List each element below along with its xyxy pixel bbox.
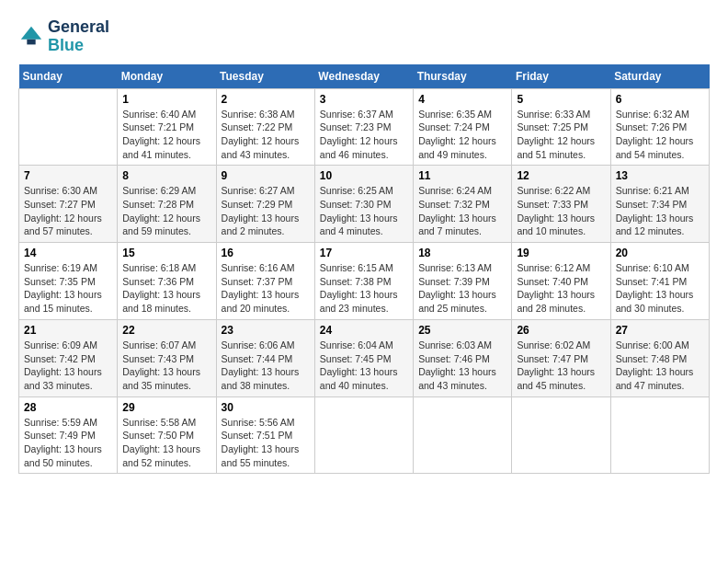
day-info: Sunrise: 6:09 AM Sunset: 7:42 PM Dayligh…	[24, 339, 112, 393]
day-number: 10	[320, 169, 408, 182]
calendar-cell: 25 Sunrise: 6:03 AM Sunset: 7:46 PM Dayl…	[414, 319, 512, 396]
day-number: 17	[320, 247, 408, 259]
weekday-header-friday: Friday	[512, 64, 610, 89]
day-info: Sunrise: 6:29 AM Sunset: 7:28 PM Dayligh…	[122, 184, 210, 238]
day-info: Sunrise: 6:18 AM Sunset: 7:36 PM Dayligh…	[122, 261, 210, 316]
day-info: Sunrise: 6:40 AM Sunset: 7:21 PM Dayligh…	[122, 108, 210, 162]
day-info: Sunrise: 6:02 AM Sunset: 7:47 PM Dayligh…	[517, 339, 605, 393]
calendar-table: SundayMondayTuesdayWednesdayThursdayFrid…	[18, 64, 710, 475]
calendar-cell	[512, 396, 610, 474]
calendar-cell: 16 Sunrise: 6:16 AM Sunset: 7:37 PM Dayl…	[216, 243, 314, 320]
day-number: 19	[517, 247, 605, 259]
day-number: 28	[24, 401, 112, 414]
day-info: Sunrise: 5:59 AM Sunset: 7:49 PM Dayligh…	[24, 416, 112, 470]
day-info: Sunrise: 6:10 AM Sunset: 7:41 PM Dayligh…	[616, 261, 704, 316]
logo-icon	[18, 24, 44, 50]
calendar-week-5: 28 Sunrise: 5:59 AM Sunset: 7:49 PM Dayl…	[19, 396, 710, 474]
day-number: 29	[122, 401, 210, 414]
day-number: 25	[418, 324, 506, 337]
day-number: 22	[122, 324, 210, 337]
day-number: 16	[222, 247, 310, 259]
day-info: Sunrise: 6:13 AM Sunset: 7:39 PM Dayligh…	[418, 261, 506, 316]
day-number: 13	[616, 169, 704, 182]
weekday-header-wednesday: Wednesday	[314, 64, 413, 89]
day-info: Sunrise: 6:25 AM Sunset: 7:30 PM Dayligh…	[320, 184, 408, 238]
calendar-cell	[314, 396, 413, 474]
day-number: 20	[616, 247, 704, 259]
calendar-week-3: 14 Sunrise: 6:19 AM Sunset: 7:35 PM Dayl…	[19, 243, 710, 320]
day-info: Sunrise: 6:27 AM Sunset: 7:29 PM Dayligh…	[222, 184, 310, 238]
day-info: Sunrise: 5:58 AM Sunset: 7:50 PM Dayligh…	[122, 416, 210, 470]
logo: General Blue	[18, 18, 109, 55]
calendar-cell: 13 Sunrise: 6:21 AM Sunset: 7:34 PM Dayl…	[610, 166, 709, 243]
calendar-cell: 27 Sunrise: 6:00 AM Sunset: 7:48 PM Dayl…	[610, 319, 709, 396]
day-info: Sunrise: 6:07 AM Sunset: 7:43 PM Dayligh…	[122, 339, 210, 393]
day-info: Sunrise: 6:04 AM Sunset: 7:45 PM Dayligh…	[320, 339, 408, 393]
calendar-cell: 28 Sunrise: 5:59 AM Sunset: 7:49 PM Dayl…	[19, 396, 118, 474]
calendar-header: SundayMondayTuesdayWednesdayThursdayFrid…	[19, 64, 710, 89]
day-info: Sunrise: 6:32 AM Sunset: 7:26 PM Dayligh…	[616, 108, 704, 162]
day-info: Sunrise: 6:35 AM Sunset: 7:24 PM Dayligh…	[418, 108, 506, 162]
weekday-header-row: SundayMondayTuesdayWednesdayThursdayFrid…	[19, 64, 710, 89]
calendar-cell: 14 Sunrise: 6:19 AM Sunset: 7:35 PM Dayl…	[19, 243, 118, 320]
calendar-cell: 23 Sunrise: 6:06 AM Sunset: 7:44 PM Dayl…	[216, 319, 314, 396]
weekday-header-sunday: Sunday	[19, 64, 118, 89]
calendar-cell: 12 Sunrise: 6:22 AM Sunset: 7:33 PM Dayl…	[512, 166, 610, 243]
day-number: 4	[418, 93, 506, 106]
day-number: 7	[24, 169, 112, 182]
calendar-cell	[414, 396, 512, 474]
day-number: 26	[517, 324, 605, 337]
weekday-header-thursday: Thursday	[414, 64, 512, 89]
calendar-cell: 8 Sunrise: 6:29 AM Sunset: 7:28 PM Dayli…	[118, 166, 216, 243]
day-info: Sunrise: 6:30 AM Sunset: 7:27 PM Dayligh…	[24, 184, 112, 238]
calendar-cell: 21 Sunrise: 6:09 AM Sunset: 7:42 PM Dayl…	[19, 319, 118, 396]
day-info: Sunrise: 5:56 AM Sunset: 7:51 PM Dayligh…	[222, 416, 310, 470]
calendar-cell: 17 Sunrise: 6:15 AM Sunset: 7:38 PM Dayl…	[314, 243, 413, 320]
calendar-week-4: 21 Sunrise: 6:09 AM Sunset: 7:42 PM Dayl…	[19, 319, 710, 396]
day-number: 21	[24, 324, 112, 337]
calendar-cell: 15 Sunrise: 6:18 AM Sunset: 7:36 PM Dayl…	[118, 243, 216, 320]
day-info: Sunrise: 6:16 AM Sunset: 7:37 PM Dayligh…	[222, 261, 310, 316]
calendar-body: 1 Sunrise: 6:40 AM Sunset: 7:21 PM Dayli…	[19, 88, 710, 474]
calendar-week-2: 7 Sunrise: 6:30 AM Sunset: 7:27 PM Dayli…	[19, 166, 710, 243]
day-info: Sunrise: 6:12 AM Sunset: 7:40 PM Dayligh…	[517, 261, 605, 316]
day-number: 27	[616, 324, 704, 337]
calendar-cell: 9 Sunrise: 6:27 AM Sunset: 7:29 PM Dayli…	[216, 166, 314, 243]
day-number: 14	[24, 247, 112, 259]
day-info: Sunrise: 6:24 AM Sunset: 7:32 PM Dayligh…	[418, 184, 506, 238]
calendar-cell: 26 Sunrise: 6:02 AM Sunset: 7:47 PM Dayl…	[512, 319, 610, 396]
day-info: Sunrise: 6:38 AM Sunset: 7:22 PM Dayligh…	[222, 108, 310, 162]
calendar-cell: 1 Sunrise: 6:40 AM Sunset: 7:21 PM Dayli…	[118, 88, 216, 166]
calendar-cell: 20 Sunrise: 6:10 AM Sunset: 7:41 PM Dayl…	[610, 243, 709, 320]
day-number: 24	[320, 324, 408, 337]
calendar-cell: 6 Sunrise: 6:32 AM Sunset: 7:26 PM Dayli…	[610, 88, 709, 166]
calendar-cell	[610, 396, 709, 474]
day-info: Sunrise: 6:37 AM Sunset: 7:23 PM Dayligh…	[320, 108, 408, 162]
day-number: 1	[122, 93, 210, 106]
day-number: 11	[418, 169, 506, 182]
page-header: General Blue	[18, 18, 710, 55]
calendar-cell: 3 Sunrise: 6:37 AM Sunset: 7:23 PM Dayli…	[314, 88, 413, 166]
weekday-header-tuesday: Tuesday	[216, 64, 314, 89]
svg-marker-0	[21, 27, 41, 40]
day-number: 5	[517, 93, 605, 106]
logo-text: General Blue	[48, 18, 109, 55]
day-number: 9	[222, 169, 310, 182]
calendar-cell: 4 Sunrise: 6:35 AM Sunset: 7:24 PM Dayli…	[414, 88, 512, 166]
calendar-cell: 30 Sunrise: 5:56 AM Sunset: 7:51 PM Dayl…	[216, 396, 314, 474]
day-number: 3	[320, 93, 408, 106]
day-info: Sunrise: 6:15 AM Sunset: 7:38 PM Dayligh…	[320, 261, 408, 316]
calendar-cell: 22 Sunrise: 6:07 AM Sunset: 7:43 PM Dayl…	[118, 319, 216, 396]
calendar-cell: 24 Sunrise: 6:04 AM Sunset: 7:45 PM Dayl…	[314, 319, 413, 396]
calendar-cell	[19, 88, 118, 166]
day-number: 15	[122, 247, 210, 259]
day-number: 30	[222, 401, 310, 414]
day-number: 2	[222, 93, 310, 106]
calendar-week-1: 1 Sunrise: 6:40 AM Sunset: 7:21 PM Dayli…	[19, 88, 710, 166]
day-info: Sunrise: 6:19 AM Sunset: 7:35 PM Dayligh…	[24, 261, 112, 316]
calendar-cell: 29 Sunrise: 5:58 AM Sunset: 7:50 PM Dayl…	[118, 396, 216, 474]
calendar-cell: 5 Sunrise: 6:33 AM Sunset: 7:25 PM Dayli…	[512, 88, 610, 166]
calendar-cell: 10 Sunrise: 6:25 AM Sunset: 7:30 PM Dayl…	[314, 166, 413, 243]
calendar-cell: 19 Sunrise: 6:12 AM Sunset: 7:40 PM Dayl…	[512, 243, 610, 320]
calendar-cell: 18 Sunrise: 6:13 AM Sunset: 7:39 PM Dayl…	[414, 243, 512, 320]
